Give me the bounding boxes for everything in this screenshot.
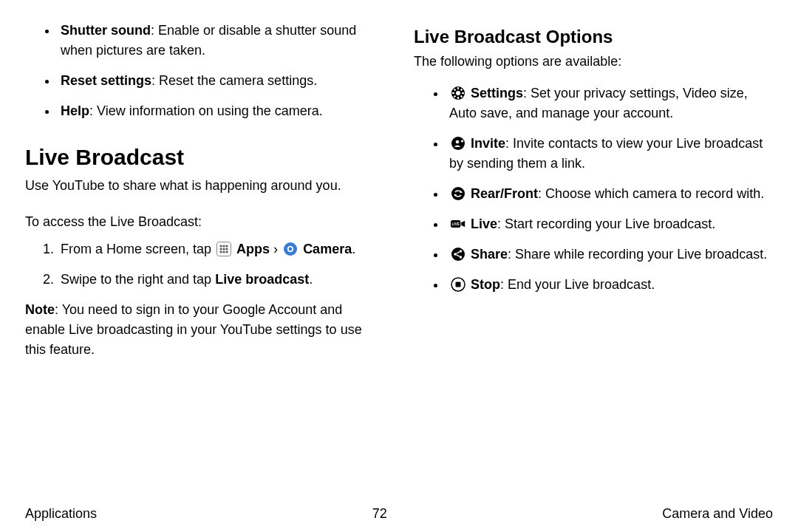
desc: : Share while recording your Live broadc… [508, 247, 767, 262]
two-columns: Shutter sound: Enable or disable a shutt… [25, 21, 773, 376]
svg-point-12 [289, 248, 293, 251]
camera-label: Camera [303, 242, 352, 256]
footer-left: Applications [25, 506, 97, 522]
stop-icon [451, 277, 466, 292]
list-item: Help: View information on using the came… [58, 101, 384, 121]
access-lead: To access the Live Broadcast: [25, 212, 384, 232]
svg-point-9 [225, 250, 228, 253]
term: Shutter sound [61, 23, 151, 38]
term: Help [61, 103, 89, 118]
term: Stop [471, 277, 500, 292]
svg-point-33 [451, 248, 465, 261]
left-column: Shutter sound: Enable or disable a shutt… [25, 21, 384, 376]
list-item: Reset settings: Reset the camera setting… [58, 71, 384, 91]
list-item: Share: Share while recording your Live b… [446, 245, 773, 265]
intro-text: Use YouTube to share what is happening a… [25, 176, 384, 196]
separator: › [273, 242, 282, 256]
list-item: Shutter sound: Enable or disable a shutt… [58, 21, 384, 61]
step2-bold: Live broadcast [215, 272, 309, 287]
svg-point-8 [222, 250, 225, 253]
options-list: Settings: Set your privacy settings, Vid… [414, 83, 773, 295]
live-record-icon: LIVE [451, 216, 466, 231]
step2-post: . [309, 272, 313, 287]
svg-point-1 [219, 245, 222, 247]
footer-center: 72 [372, 506, 387, 522]
right-column: Live Broadcast Options The following opt… [414, 21, 773, 376]
svg-point-5 [222, 248, 225, 250]
list-item: LIVE Live: Start recording your Live bro… [446, 214, 773, 234]
svg-point-6 [225, 248, 228, 250]
footer-right: Camera and Video [662, 506, 773, 522]
camera-icon [283, 242, 298, 256]
note: Note: You need to sign in to your Google… [25, 300, 384, 360]
svg-point-7 [219, 250, 222, 253]
list-item: Settings: Set your privacy settings, Vid… [446, 83, 773, 123]
svg-line-19 [454, 89, 456, 91]
svg-line-20 [461, 96, 463, 98]
term: Rear/Front [471, 186, 538, 201]
note-label: Note [25, 302, 55, 317]
page-footer: Applications 72 Camera and Video [25, 506, 773, 522]
step-2: Swipe to the right and tap Live broadcas… [58, 270, 384, 290]
desc: : Start recording your Live broadcast. [497, 216, 715, 231]
svg-point-27 [451, 187, 465, 200]
heading-options: Live Broadcast Options [414, 27, 773, 47]
term: Share [471, 247, 508, 262]
svg-rect-40 [456, 282, 461, 287]
term: Live [471, 216, 497, 231]
svg-point-3 [225, 245, 228, 247]
gear-icon [451, 86, 466, 100]
page: Shutter sound: Enable or disable a shutt… [0, 0, 798, 532]
svg-marker-32 [461, 221, 465, 227]
invite-icon [451, 136, 466, 151]
list-item: Rear/Front: Choose which camera to recor… [446, 184, 773, 204]
share-icon [451, 247, 466, 262]
settings-bullet-list: Shutter sound: Enable or disable a shutt… [25, 21, 384, 121]
desc: : Reset the camera settings. [151, 73, 317, 88]
step1-post: . [352, 242, 355, 256]
list-item: Invite: Invite contacts to view your Liv… [446, 134, 773, 174]
svg-point-2 [222, 245, 225, 247]
svg-text:LIVE: LIVE [452, 223, 460, 227]
term: Reset settings [61, 73, 151, 88]
apps-grid-icon [216, 242, 231, 256]
list-item: Stop: End your Live broadcast. [446, 275, 773, 295]
step-1: From a Home screen, tap Apps › Camera. [58, 239, 384, 259]
desc: : View information on using the camera. [89, 103, 323, 118]
options-intro: The following options are available: [414, 52, 773, 72]
desc: : End your Live broadcast. [500, 277, 655, 292]
desc: : Choose which camera to record with. [538, 186, 764, 201]
svg-point-4 [219, 248, 222, 250]
svg-point-24 [456, 140, 460, 144]
heading-live-broadcast: Live Broadcast [25, 145, 384, 170]
svg-point-14 [456, 91, 460, 95]
swap-camera-icon [451, 186, 466, 201]
note-body: : You need to sign in to your Google Acc… [25, 302, 362, 357]
term: Invite [471, 136, 505, 151]
apps-label: Apps [236, 242, 270, 256]
term: Settings [471, 86, 523, 100]
step2-pre: Swipe to the right and tap [61, 272, 215, 287]
svg-line-22 [454, 96, 456, 98]
step1-pre: From a Home screen, tap [61, 242, 215, 256]
steps-list: From a Home screen, tap Apps › Camera. [25, 239, 384, 290]
svg-line-21 [461, 89, 463, 91]
